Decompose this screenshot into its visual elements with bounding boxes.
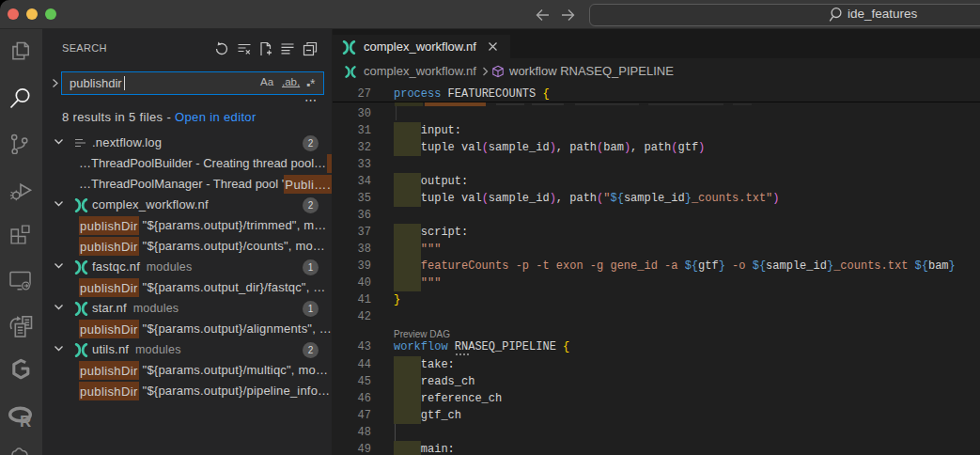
- svg-text:R: R: [20, 413, 31, 429]
